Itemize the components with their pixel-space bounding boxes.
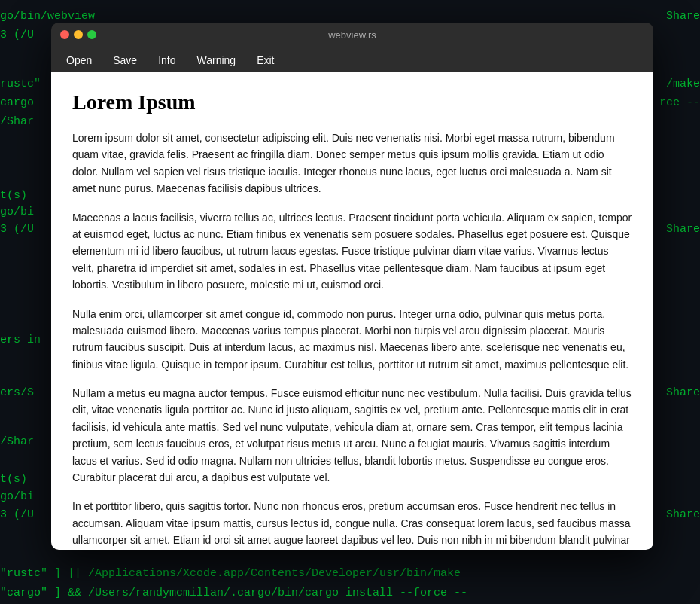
terminal-line-right: /make — [666, 75, 700, 93]
terminal-line: 3 (/U — [0, 26, 34, 44]
menu-info[interactable]: Info — [149, 51, 184, 69]
terminal-line: /Shar — [0, 113, 34, 131]
terminal-line: ers/S — [0, 384, 34, 402]
terminal-line-right: Share — [666, 506, 700, 524]
terminal-line: "rustc" ] || /Applications/Xcode.app/Con… — [0, 565, 461, 583]
webview-window: webview.rs Open Save Info Warning Exit L… — [51, 23, 653, 550]
paragraph-1: Lorem ipsum dolor sit amet, consectetur … — [72, 130, 632, 197]
terminal-line: t(s) — [0, 471, 27, 489]
traffic-lights — [60, 30, 96, 39]
terminal-line: go/bi — [0, 203, 34, 221]
terminal-line-right: Share — [666, 384, 700, 402]
paragraph-2: Maecenas a lacus facilisis, viverra tell… — [72, 209, 632, 294]
menu-save[interactable]: Save — [104, 51, 146, 69]
terminal-line: "cargo" ] && /Users/randymcmillan/.cargo… — [0, 584, 467, 602]
terminal-line: 3 (/U — [0, 506, 34, 524]
menu-warning[interactable]: Warning — [188, 51, 245, 69]
terminal-line: 3 (/U — [0, 221, 34, 239]
content-area[interactable]: Lorem Ipsum Lorem ipsum dolor sit amet, … — [51, 72, 653, 550]
title-bar: webview.rs — [51, 23, 653, 47]
terminal-line: ers in — [0, 331, 41, 349]
menu-bar: Open Save Info Warning Exit — [51, 47, 653, 72]
window-title: webview.rs — [328, 29, 376, 41]
menu-open[interactable]: Open — [57, 51, 101, 69]
paragraph-5: In et porttitor libero, quis sagittis to… — [72, 498, 632, 550]
terminal-line: rustc" — [0, 75, 41, 93]
terminal-line-right: Share — [666, 8, 700, 26]
terminal-line: go/bi — [0, 488, 34, 506]
paragraph-3: Nulla enim orci, ullamcorper sit amet co… — [72, 306, 632, 374]
maximize-button[interactable] — [87, 30, 96, 39]
content-title: Lorem Ipsum — [72, 90, 632, 114]
terminal-line-right: Share — [666, 221, 700, 239]
close-button[interactable] — [60, 30, 69, 39]
terminal-line: cargo — [0, 94, 34, 112]
terminal-line-right: rce -- — [659, 94, 700, 112]
terminal-line: t(s) — [0, 187, 27, 205]
paragraph-4: Nullam a metus eu magna auctor tempus. F… — [72, 385, 632, 486]
menu-exit[interactable]: Exit — [248, 51, 283, 69]
terminal-line: /Shar — [0, 433, 34, 451]
minimize-button[interactable] — [74, 30, 83, 39]
